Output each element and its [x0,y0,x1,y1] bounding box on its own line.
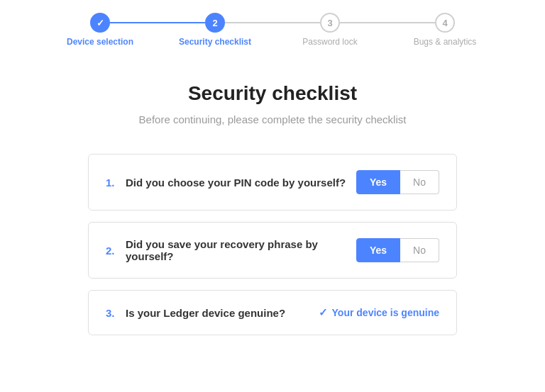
question-card-1: 1. Did you choose your PIN code by yours… [88,154,457,211]
question-card-2: 2. Did you save your recovery phrase by … [88,222,457,279]
question-card-3: 3. Is your Ledger device genuine? ✓ Your… [88,290,457,335]
main-content: Security checklist Before continuing, pl… [0,47,545,364]
step-circle-2: 2 [205,13,225,33]
question-2-yes-button[interactable]: Yes [356,238,400,262]
question-text-1: Did you choose your PIN code by yourself… [126,177,346,189]
question-text-3: Is your Ledger device genuine? [126,307,285,319]
step-label-4: Bugs & analytics [414,37,477,47]
question-1-yes-button[interactable]: Yes [356,170,400,194]
genuine-status: ✓ Your device is genuine [319,306,439,319]
question-2-btn-group: Yes No [356,238,439,262]
step-bugs-analytics: 4 Bugs & analytics [387,13,502,47]
step-password-lock: 3 Password lock [272,13,387,47]
genuine-status-text: Your device is genuine [332,307,439,318]
question-2-no-button[interactable]: No [400,238,439,262]
step-security-checklist: 2 Security checklist [158,13,272,47]
step-label-2: Security checklist [179,37,251,47]
stepper: ✓ Device selection 2 Security checklist … [0,0,545,47]
questions-container: 1. Did you choose your PIN code by yours… [88,154,457,335]
question-number-1: 1. [106,177,120,189]
step-label-3: Password lock [302,37,357,47]
question-1-btn-group: Yes No [356,170,439,194]
question-left-3: 3. Is your Ledger device genuine? [106,307,285,319]
step-circle-1: ✓ [90,13,110,33]
question-text-2: Did you save your recovery phrase by you… [126,238,356,262]
page-title: Security checklist [188,82,357,105]
question-left-2: 2. Did you save your recovery phrase by … [106,238,356,262]
check-icon: ✓ [319,306,328,319]
step-circle-3: 3 [320,13,340,33]
question-left-1: 1. Did you choose your PIN code by yours… [106,177,346,189]
question-1-no-button[interactable]: No [400,170,439,194]
step-device-selection: ✓ Device selection [43,13,158,47]
step-circle-4: 4 [435,13,455,33]
question-number-3: 3. [106,307,120,319]
question-number-2: 2. [106,245,120,257]
step-label-1: Device selection [67,37,133,47]
page-subtitle: Before continuing, please complete the s… [139,113,407,125]
